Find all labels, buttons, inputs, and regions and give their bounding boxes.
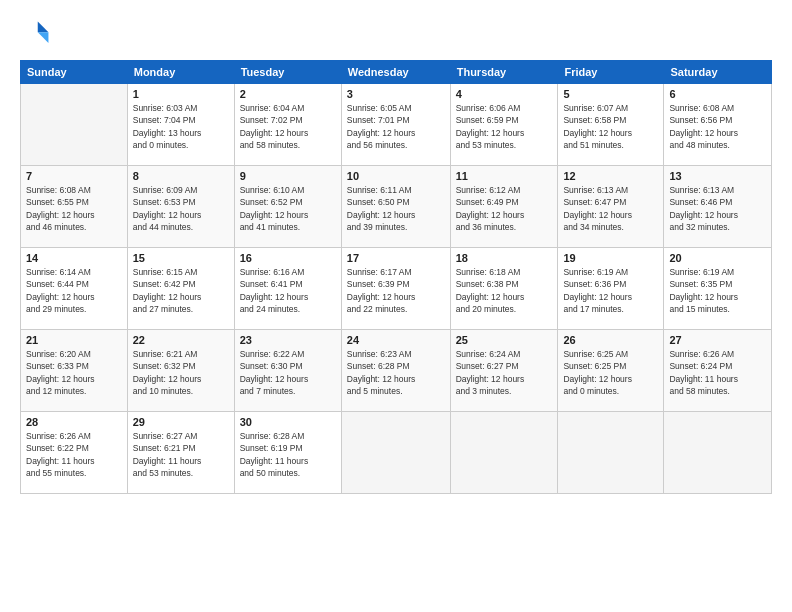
calendar: SundayMondayTuesdayWednesdayThursdayFrid… — [20, 60, 772, 494]
day-number: 4 — [456, 88, 553, 100]
day-number: 22 — [133, 334, 229, 346]
calendar-cell: 16Sunrise: 6:16 AM Sunset: 6:41 PM Dayli… — [234, 248, 341, 330]
day-number: 12 — [563, 170, 658, 182]
day-number: 15 — [133, 252, 229, 264]
calendar-cell: 17Sunrise: 6:17 AM Sunset: 6:39 PM Dayli… — [341, 248, 450, 330]
calendar-cell: 7Sunrise: 6:08 AM Sunset: 6:55 PM Daylig… — [21, 166, 128, 248]
day-number: 29 — [133, 416, 229, 428]
calendar-cell — [664, 412, 772, 494]
day-info: Sunrise: 6:26 AM Sunset: 6:22 PM Dayligh… — [26, 430, 122, 479]
calendar-cell: 11Sunrise: 6:12 AM Sunset: 6:49 PM Dayli… — [450, 166, 558, 248]
calendar-cell: 23Sunrise: 6:22 AM Sunset: 6:30 PM Dayli… — [234, 330, 341, 412]
day-number: 16 — [240, 252, 336, 264]
day-number: 20 — [669, 252, 766, 264]
day-info: Sunrise: 6:09 AM Sunset: 6:53 PM Dayligh… — [133, 184, 229, 233]
day-number: 1 — [133, 88, 229, 100]
day-info: Sunrise: 6:08 AM Sunset: 6:55 PM Dayligh… — [26, 184, 122, 233]
day-info: Sunrise: 6:10 AM Sunset: 6:52 PM Dayligh… — [240, 184, 336, 233]
day-number: 25 — [456, 334, 553, 346]
day-info: Sunrise: 6:22 AM Sunset: 6:30 PM Dayligh… — [240, 348, 336, 397]
calendar-cell: 20Sunrise: 6:19 AM Sunset: 6:35 PM Dayli… — [664, 248, 772, 330]
day-number: 2 — [240, 88, 336, 100]
calendar-cell: 1Sunrise: 6:03 AM Sunset: 7:04 PM Daylig… — [127, 84, 234, 166]
day-info: Sunrise: 6:08 AM Sunset: 6:56 PM Dayligh… — [669, 102, 766, 151]
day-number: 13 — [669, 170, 766, 182]
day-number: 19 — [563, 252, 658, 264]
weekday-header-wednesday: Wednesday — [341, 61, 450, 84]
day-info: Sunrise: 6:14 AM Sunset: 6:44 PM Dayligh… — [26, 266, 122, 315]
week-row-1: 1Sunrise: 6:03 AM Sunset: 7:04 PM Daylig… — [21, 84, 772, 166]
day-info: Sunrise: 6:23 AM Sunset: 6:28 PM Dayligh… — [347, 348, 445, 397]
day-number: 21 — [26, 334, 122, 346]
day-info: Sunrise: 6:17 AM Sunset: 6:39 PM Dayligh… — [347, 266, 445, 315]
calendar-cell: 25Sunrise: 6:24 AM Sunset: 6:27 PM Dayli… — [450, 330, 558, 412]
day-number: 6 — [669, 88, 766, 100]
day-number: 26 — [563, 334, 658, 346]
calendar-cell: 2Sunrise: 6:04 AM Sunset: 7:02 PM Daylig… — [234, 84, 341, 166]
calendar-cell: 9Sunrise: 6:10 AM Sunset: 6:52 PM Daylig… — [234, 166, 341, 248]
calendar-cell: 13Sunrise: 6:13 AM Sunset: 6:46 PM Dayli… — [664, 166, 772, 248]
calendar-cell: 29Sunrise: 6:27 AM Sunset: 6:21 PM Dayli… — [127, 412, 234, 494]
calendar-cell: 18Sunrise: 6:18 AM Sunset: 6:38 PM Dayli… — [450, 248, 558, 330]
calendar-cell: 8Sunrise: 6:09 AM Sunset: 6:53 PM Daylig… — [127, 166, 234, 248]
logo — [20, 18, 56, 50]
day-info: Sunrise: 6:19 AM Sunset: 6:35 PM Dayligh… — [669, 266, 766, 315]
day-info: Sunrise: 6:25 AM Sunset: 6:25 PM Dayligh… — [563, 348, 658, 397]
day-info: Sunrise: 6:16 AM Sunset: 6:41 PM Dayligh… — [240, 266, 336, 315]
day-number: 5 — [563, 88, 658, 100]
day-info: Sunrise: 6:19 AM Sunset: 6:36 PM Dayligh… — [563, 266, 658, 315]
calendar-cell — [450, 412, 558, 494]
day-number: 14 — [26, 252, 122, 264]
day-number: 27 — [669, 334, 766, 346]
day-info: Sunrise: 6:27 AM Sunset: 6:21 PM Dayligh… — [133, 430, 229, 479]
calendar-cell: 22Sunrise: 6:21 AM Sunset: 6:32 PM Dayli… — [127, 330, 234, 412]
day-info: Sunrise: 6:07 AM Sunset: 6:58 PM Dayligh… — [563, 102, 658, 151]
calendar-cell — [558, 412, 664, 494]
week-row-3: 14Sunrise: 6:14 AM Sunset: 6:44 PM Dayli… — [21, 248, 772, 330]
calendar-cell — [21, 84, 128, 166]
day-number: 7 — [26, 170, 122, 182]
day-info: Sunrise: 6:26 AM Sunset: 6:24 PM Dayligh… — [669, 348, 766, 397]
calendar-cell: 26Sunrise: 6:25 AM Sunset: 6:25 PM Dayli… — [558, 330, 664, 412]
calendar-cell: 19Sunrise: 6:19 AM Sunset: 6:36 PM Dayli… — [558, 248, 664, 330]
day-info: Sunrise: 6:21 AM Sunset: 6:32 PM Dayligh… — [133, 348, 229, 397]
week-row-4: 21Sunrise: 6:20 AM Sunset: 6:33 PM Dayli… — [21, 330, 772, 412]
day-number: 3 — [347, 88, 445, 100]
day-number: 18 — [456, 252, 553, 264]
weekday-header-sunday: Sunday — [21, 61, 128, 84]
calendar-cell: 10Sunrise: 6:11 AM Sunset: 6:50 PM Dayli… — [341, 166, 450, 248]
day-number: 10 — [347, 170, 445, 182]
calendar-cell: 27Sunrise: 6:26 AM Sunset: 6:24 PM Dayli… — [664, 330, 772, 412]
day-info: Sunrise: 6:28 AM Sunset: 6:19 PM Dayligh… — [240, 430, 336, 479]
day-number: 17 — [347, 252, 445, 264]
day-number: 8 — [133, 170, 229, 182]
calendar-cell: 30Sunrise: 6:28 AM Sunset: 6:19 PM Dayli… — [234, 412, 341, 494]
day-number: 30 — [240, 416, 336, 428]
calendar-cell: 6Sunrise: 6:08 AM Sunset: 6:56 PM Daylig… — [664, 84, 772, 166]
calendar-cell — [341, 412, 450, 494]
calendar-cell: 14Sunrise: 6:14 AM Sunset: 6:44 PM Dayli… — [21, 248, 128, 330]
week-row-2: 7Sunrise: 6:08 AM Sunset: 6:55 PM Daylig… — [21, 166, 772, 248]
day-info: Sunrise: 6:20 AM Sunset: 6:33 PM Dayligh… — [26, 348, 122, 397]
day-info: Sunrise: 6:04 AM Sunset: 7:02 PM Dayligh… — [240, 102, 336, 151]
weekday-header-tuesday: Tuesday — [234, 61, 341, 84]
page: SundayMondayTuesdayWednesdayThursdayFrid… — [0, 0, 792, 612]
weekday-header-monday: Monday — [127, 61, 234, 84]
calendar-cell: 12Sunrise: 6:13 AM Sunset: 6:47 PM Dayli… — [558, 166, 664, 248]
week-row-5: 28Sunrise: 6:26 AM Sunset: 6:22 PM Dayli… — [21, 412, 772, 494]
calendar-cell: 28Sunrise: 6:26 AM Sunset: 6:22 PM Dayli… — [21, 412, 128, 494]
calendar-cell: 21Sunrise: 6:20 AM Sunset: 6:33 PM Dayli… — [21, 330, 128, 412]
day-info: Sunrise: 6:13 AM Sunset: 6:47 PM Dayligh… — [563, 184, 658, 233]
calendar-cell: 3Sunrise: 6:05 AM Sunset: 7:01 PM Daylig… — [341, 84, 450, 166]
day-info: Sunrise: 6:11 AM Sunset: 6:50 PM Dayligh… — [347, 184, 445, 233]
weekday-header-friday: Friday — [558, 61, 664, 84]
day-info: Sunrise: 6:18 AM Sunset: 6:38 PM Dayligh… — [456, 266, 553, 315]
day-number: 9 — [240, 170, 336, 182]
logo-icon — [20, 18, 52, 50]
day-number: 28 — [26, 416, 122, 428]
calendar-cell: 24Sunrise: 6:23 AM Sunset: 6:28 PM Dayli… — [341, 330, 450, 412]
day-info: Sunrise: 6:06 AM Sunset: 6:59 PM Dayligh… — [456, 102, 553, 151]
day-info: Sunrise: 6:15 AM Sunset: 6:42 PM Dayligh… — [133, 266, 229, 315]
day-number: 23 — [240, 334, 336, 346]
calendar-cell: 4Sunrise: 6:06 AM Sunset: 6:59 PM Daylig… — [450, 84, 558, 166]
